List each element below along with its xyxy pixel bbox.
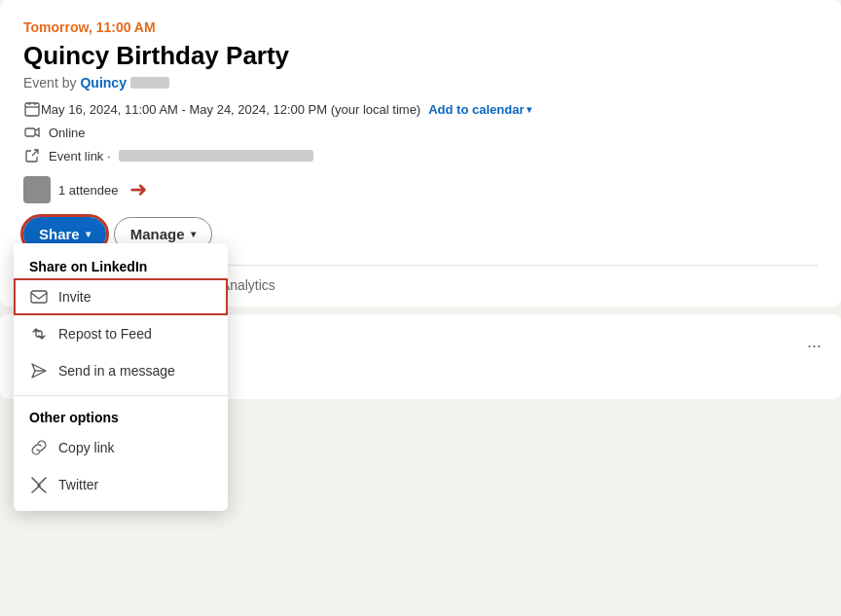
send-message-label: Send in a message: [58, 363, 175, 379]
date-range: May 16, 2024, 11:00 AM - May 24, 2024, 1…: [41, 102, 420, 117]
share-dropdown: Share on LinkedIn Invite Repost to Feed: [14, 243, 228, 511]
twitter-label: Twitter: [58, 477, 98, 492]
chevron-down-icon: ▾: [527, 104, 531, 115]
event-link-label: Event link ·: [49, 149, 111, 163]
svg-rect-4: [25, 128, 35, 136]
location-text: Online: [49, 126, 86, 140]
event-time: Tomorrow, 11:00 AM: [23, 19, 818, 35]
organizer-name[interactable]: Quincy: [80, 75, 126, 91]
dropdown-send-message[interactable]: Send in a message: [14, 352, 228, 389]
dropdown-repost[interactable]: Repost to Feed: [14, 315, 228, 352]
repost-icon: [29, 324, 49, 344]
svg-line-5: [32, 150, 38, 156]
date-row: May 16, 2024, 11:00 AM - May 24, 2024, 1…: [23, 100, 818, 118]
svg-rect-6: [31, 291, 47, 303]
organizer-avatar-blur: [130, 77, 169, 89]
more-options-icon[interactable]: ···: [807, 336, 822, 356]
link-icon: [29, 438, 49, 457]
envelope-icon: [29, 287, 49, 307]
dropdown-section1-title: Share on LinkedIn: [14, 251, 228, 278]
event-by: Event by Quincy: [23, 75, 818, 91]
dropdown-copy-link[interactable]: Copy link: [14, 429, 228, 466]
video-icon: [23, 124, 41, 141]
event-title: Quincy Birthday Party: [23, 41, 818, 71]
svg-rect-0: [25, 103, 39, 116]
dropdown-twitter[interactable]: Twitter: [14, 466, 228, 503]
event-link-row: Event link ·: [23, 147, 818, 164]
red-arrow-indicator: ➜: [129, 177, 147, 202]
dropdown-invite[interactable]: Invite: [14, 278, 228, 315]
invite-label: Invite: [58, 289, 91, 305]
attendees-row: 1 attendee ➜: [23, 176, 818, 203]
copy-link-label: Copy link: [58, 440, 115, 455]
attendee-avatar: [23, 176, 51, 203]
share-chevron-icon: ▾: [86, 229, 91, 239]
send-icon: [29, 361, 49, 380]
attendee-count: 1 attendee: [58, 183, 118, 198]
calendar-icon: [23, 100, 41, 118]
location-row: Online: [23, 124, 818, 141]
event-link-blur: [119, 150, 313, 162]
dropdown-divider: [14, 395, 228, 396]
event-details: May 16, 2024, 11:00 AM - May 24, 2024, 1…: [23, 100, 818, 164]
manage-chevron-icon: ▾: [191, 229, 196, 239]
page-container: Tomorrow, 11:00 AM Quincy Birthday Party…: [0, 0, 841, 616]
add-to-calendar-button[interactable]: Add to calendar ▾: [428, 102, 531, 117]
repost-label: Repost to Feed: [58, 326, 152, 342]
external-link-icon: [23, 147, 41, 164]
dropdown-section2-title: Other options: [14, 402, 228, 429]
x-twitter-icon: [29, 475, 49, 494]
